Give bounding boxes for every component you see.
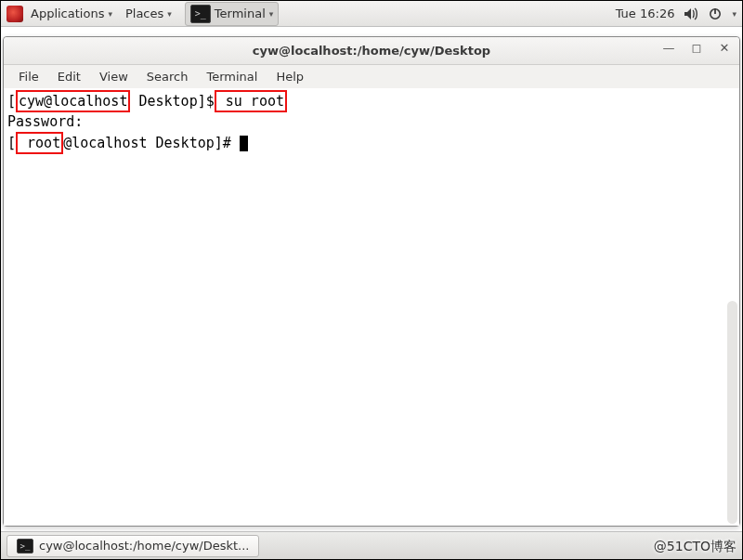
menu-help[interactable]: Help [268, 67, 311, 86]
places-menu[interactable]: Places ▾ [120, 4, 177, 23]
menu-view[interactable]: View [92, 67, 136, 86]
titlebar[interactable]: cyw@localhost:/home/cyw/Desktop — ◻ ✕ [4, 37, 739, 65]
terminal-window: cyw@localhost:/home/cyw/Desktop — ◻ ✕ Fi… [3, 36, 740, 527]
terminal-icon: >_ [17, 539, 33, 553]
terminal-line: Password: [7, 112, 736, 131]
menu-terminal[interactable]: Terminal [199, 67, 265, 86]
highlight-root: root [16, 132, 63, 154]
power-icon[interactable] [708, 7, 723, 21]
terminal-icon: >_ [190, 5, 211, 23]
applications-label: Applications [31, 7, 104, 20]
terminal-line: [cyw@localhost Desktop]$ su root [7, 90, 736, 112]
terminal-line: [ root@localhost Desktop]# [7, 132, 736, 154]
menu-file[interactable]: File [11, 67, 46, 86]
window-title: cyw@localhost:/home/cyw/Desktop [253, 44, 490, 58]
chevron-down-icon: ▾ [269, 9, 274, 19]
taskbar-item-label: cyw@localhost:/home/cyw/Deskt... [39, 539, 249, 553]
terminal-body[interactable]: [cyw@localhost Desktop]$ su root Passwor… [4, 88, 739, 526]
chevron-down-icon[interactable]: ▾ [732, 9, 736, 19]
highlight-user: cyw@localhost [16, 90, 130, 112]
applications-menu[interactable]: Applications ▾ [25, 4, 118, 23]
chevron-down-icon: ▾ [167, 9, 172, 19]
close-button[interactable]: ✕ [717, 41, 732, 55]
menu-edit[interactable]: Edit [50, 67, 88, 86]
terminal-app-label: Terminal [215, 7, 266, 20]
places-label: Places [125, 7, 163, 20]
menu-search[interactable]: Search [139, 67, 196, 86]
maximize-button[interactable]: ◻ [689, 41, 704, 55]
terminal-app-menu[interactable]: >_ Terminal ▾ [185, 2, 279, 26]
volume-icon[interactable] [684, 7, 698, 21]
gnome-top-bar: Applications ▾ Places ▾ >_ Terminal ▾ Tu… [1, 1, 742, 27]
menubar: File Edit View Search Terminal Help [4, 65, 739, 88]
watermark: @51CTO博客 [654, 539, 736, 555]
text-cursor [240, 136, 248, 151]
bottom-taskbar: >_ cyw@localhost:/home/cyw/Deskt... [1, 531, 742, 559]
activities-icon[interactable] [7, 6, 23, 22]
scrollbar[interactable] [727, 301, 737, 524]
taskbar-item-terminal[interactable]: >_ cyw@localhost:/home/cyw/Deskt... [7, 535, 259, 557]
minimize-button[interactable]: — [661, 41, 676, 55]
highlight-command: su root [215, 90, 287, 112]
clock[interactable]: Tue 16:26 [616, 7, 675, 20]
chevron-down-icon: ▾ [108, 9, 112, 19]
